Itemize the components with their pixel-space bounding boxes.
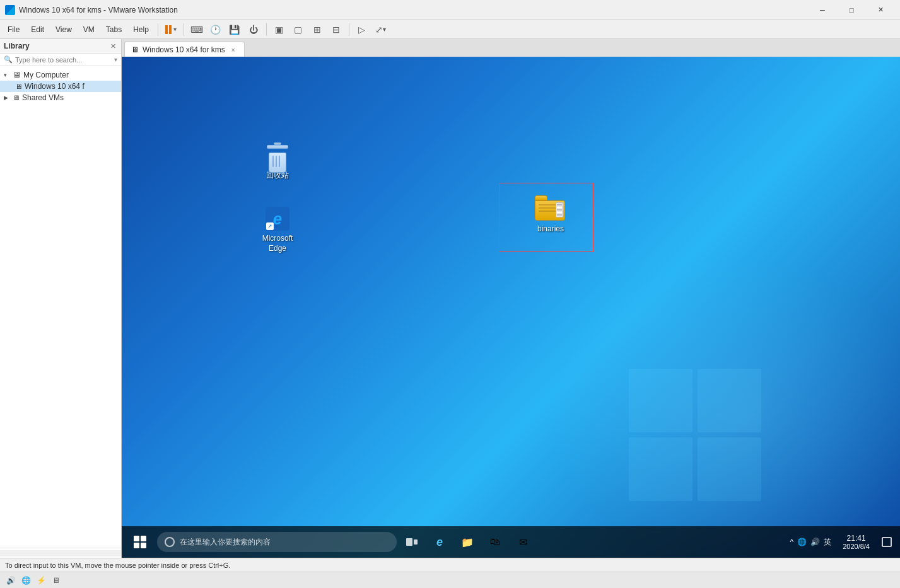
vmware-display-icon[interactable]: 🖥 xyxy=(50,575,62,586)
volume-tray-icon[interactable]: 🔊 xyxy=(810,538,820,546)
taskbar: 在这里输入你要搜索的内容 e 📁 xyxy=(122,526,900,558)
search-dropdown-icon[interactable] xyxy=(114,56,117,63)
taskbar-mail-icon: ✉ xyxy=(519,536,527,548)
tree-item-my-computer[interactable]: ▾ 🖥 My Computer xyxy=(0,69,121,81)
taskbar-edge-button[interactable]: e xyxy=(427,527,452,556)
vm-desktop[interactable]: 回收站 e ↗ MicrosoftEdge xyxy=(122,57,900,558)
library-sidebar: Library ✕ 🔍 ▾ 🖥 My Computer 🖥 Windows 10 xyxy=(0,39,122,558)
menu-tabs[interactable]: Tabs xyxy=(101,23,127,37)
vm-icon: 🖥 xyxy=(15,83,22,90)
system-clock[interactable]: 21:41 2020/8/4 xyxy=(838,534,875,550)
menu-file[interactable]: File xyxy=(3,23,25,37)
sidebar-header: Library ✕ xyxy=(0,39,121,54)
vmware-window: Windows 10 x64 for kms - VMware Workstat… xyxy=(0,0,900,588)
snapshot-button[interactable]: 🕐 xyxy=(207,21,225,38)
sidebar-close-button[interactable]: ✕ xyxy=(108,42,117,50)
search-input[interactable] xyxy=(15,56,112,64)
taskbar-explorer-button[interactable]: 📁 xyxy=(455,527,480,556)
system-tray: ^ 🌐 🔊 英 xyxy=(786,537,836,548)
fit-guest-button[interactable]: ⊞ xyxy=(308,21,326,38)
status-bar: To direct input to this VM, move the mou… xyxy=(0,558,900,572)
pause-dropdown-icon[interactable] xyxy=(173,26,177,33)
taskbar-edge-icon: e xyxy=(436,536,443,549)
maximize-button[interactable]: □ xyxy=(837,0,866,20)
network-tray-icon[interactable]: 🌐 xyxy=(797,538,807,546)
folder-image xyxy=(535,195,566,221)
clock-time: 21:41 xyxy=(847,534,866,543)
lang-indicator[interactable]: 英 xyxy=(824,537,831,548)
vm-label: Windows 10 x64 f xyxy=(25,82,85,91)
pause-button[interactable] xyxy=(162,21,180,38)
pause-icon xyxy=(165,25,172,34)
toolbar-separator-1 xyxy=(158,23,158,36)
vm-tab[interactable]: 🖥 Windows 10 x64 for kms × xyxy=(124,42,245,57)
edge-shortcut-arrow: ↗ xyxy=(266,222,274,230)
recycle-bin-image xyxy=(266,144,289,168)
content-area: 🖥 Windows 10 x64 for kms × xyxy=(122,39,900,558)
menu-vm[interactable]: VM xyxy=(78,23,100,37)
task-view-icon xyxy=(406,538,418,546)
windows-start-icon xyxy=(134,536,146,548)
menu-edit[interactable]: Edit xyxy=(26,23,49,37)
notification-center-button[interactable] xyxy=(877,527,896,556)
taskbar-store-button[interactable]: 🛍 xyxy=(482,527,508,556)
search-icon: 🔍 xyxy=(4,55,13,64)
toolbar-separator-3 xyxy=(266,23,267,36)
notification-icon xyxy=(882,537,892,547)
vmware-bottom-toolbar: 🔊 🌐 ⚡ 🖥 xyxy=(0,572,900,588)
close-button[interactable]: ✕ xyxy=(866,0,895,20)
binaries-folder-icon[interactable]: binaries xyxy=(525,191,576,237)
main-area: Library ✕ 🔍 ▾ 🖥 My Computer 🖥 Windows 10 xyxy=(0,39,900,558)
fullscreen-dropdown-icon[interactable] xyxy=(383,26,386,33)
unity-button[interactable]: ▣ xyxy=(271,21,288,38)
edge-icon[interactable]: e ↗ MicrosoftEdge xyxy=(252,204,303,256)
tab-bar: 🖥 Windows 10 x64 for kms × xyxy=(122,39,900,57)
quick-switch-button[interactable]: ▢ xyxy=(289,21,307,38)
vmware-network-icon[interactable]: 🌐 xyxy=(20,575,32,586)
window-controls: ─ □ ✕ xyxy=(808,0,895,20)
window-title: Windows 10 x64 for kms - VMware Workstat… xyxy=(19,6,808,14)
shared-vms-label: Shared VMs xyxy=(22,93,64,102)
library-title: Library xyxy=(4,42,30,50)
console-view-button[interactable]: ▷ xyxy=(353,21,371,38)
taskbar-search[interactable]: 在这里输入你要搜索的内容 xyxy=(157,532,397,552)
start-button[interactable] xyxy=(126,527,155,556)
tray-chevron[interactable]: ^ xyxy=(790,538,794,546)
recycle-bin-icon[interactable]: 回收站 xyxy=(252,141,303,183)
power-button[interactable]: ⏻ xyxy=(245,21,262,38)
computer-icon: 🖥 xyxy=(13,70,21,79)
windows-logo-watermark xyxy=(629,369,761,501)
sidebar-search-bar[interactable]: 🔍 xyxy=(0,54,121,66)
sidebar-scrollbar[interactable] xyxy=(0,550,121,556)
sidebar-tree: ▾ 🖥 My Computer 🖥 Windows 10 x64 f ▶ 🖥 S… xyxy=(0,66,121,548)
toolbar-separator-2 xyxy=(184,23,184,36)
taskbar-tray: ^ 🌐 🔊 英 21:41 2020/8/4 xyxy=(786,527,896,556)
status-message: To direct input to this VM, move the mou… xyxy=(5,562,230,569)
binaries-label: binaries xyxy=(537,224,564,234)
vmware-usb-icon[interactable]: ⚡ xyxy=(35,575,47,586)
vmware-icon xyxy=(5,5,15,15)
fullscreen-button[interactable]: ⤢ xyxy=(372,21,390,38)
minimize-button[interactable]: ─ xyxy=(808,0,837,20)
vmware-sound-icon[interactable]: 🔊 xyxy=(5,575,16,586)
tree-item-windows10[interactable]: 🖥 Windows 10 x64 f xyxy=(0,81,121,92)
task-view-button[interactable] xyxy=(399,527,424,556)
tree-item-shared-vms[interactable]: ▶ 🖥 Shared VMs xyxy=(0,92,121,103)
taskbar-mail-button[interactable]: ✉ xyxy=(510,527,535,556)
edge-label: MicrosoftEdge xyxy=(262,234,293,253)
menu-help[interactable]: Help xyxy=(128,23,154,37)
taskbar-store-icon: 🛍 xyxy=(490,536,500,548)
tab-close-button[interactable]: × xyxy=(229,45,238,54)
my-computer-label: My Computer xyxy=(23,71,69,79)
vm-tab-label: Windows 10 x64 for kms xyxy=(143,45,225,54)
fit-window-button[interactable]: ⊟ xyxy=(327,21,345,38)
tree-expand-arrow-shared: ▶ xyxy=(4,95,10,101)
taskbar-search-placeholder: 在这里输入你要搜索的内容 xyxy=(180,537,271,548)
title-bar: Windows 10 x64 for kms - VMware Workstat… xyxy=(0,0,900,20)
search-circle-icon xyxy=(165,537,175,547)
suspend-button[interactable]: 💾 xyxy=(226,21,243,38)
taskbar-explorer-icon: 📁 xyxy=(461,536,474,548)
clock-date: 2020/8/4 xyxy=(843,543,870,550)
send-ctrl-alt-del-button[interactable]: ⌨ xyxy=(188,21,206,38)
menu-view[interactable]: View xyxy=(50,23,77,37)
